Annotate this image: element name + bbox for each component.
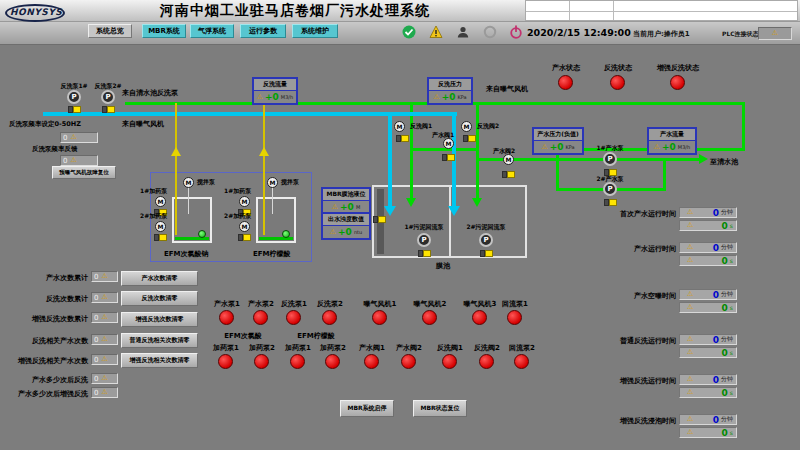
warning-icon: ⚠ — [101, 314, 107, 321]
refresh-icon[interactable] — [483, 25, 497, 39]
device-label: 曝气风机2 — [406, 299, 454, 309]
gauge-value: +0 — [340, 202, 354, 212]
counter-label: 增强反洗次数累计 — [2, 314, 88, 324]
nav-tab-2[interactable]: MBR系统 — [142, 24, 186, 38]
mbr-start-stop-button[interactable]: MBR系统启停 — [340, 400, 394, 417]
pump-icon[interactable]: P — [603, 182, 617, 196]
user-icon[interactable] — [456, 25, 470, 39]
gauge-unit: M3/h — [281, 94, 293, 100]
gauge-unit: KPa — [565, 144, 574, 150]
nav-tab-5[interactable]: 系统维护 — [292, 24, 338, 38]
dosing-pump1-label: 1#加药泵 — [140, 187, 167, 196]
warning-icon: ⚠ — [101, 356, 107, 363]
stirrer-motor-icon[interactable]: M — [183, 177, 194, 188]
timer-minutes-field: ⚠0分钟 — [679, 289, 737, 300]
gauge-backwash-flow: 反洗流量 ⚠+0M3/h — [252, 77, 298, 105]
pump-icon[interactable]: P — [603, 152, 617, 166]
flow-arrow-down — [472, 198, 482, 207]
nav-tab-3[interactable]: 气浮系统 — [190, 24, 234, 38]
stirrer-label: 搅拌泵 — [281, 178, 299, 187]
pump-indicator — [480, 250, 493, 257]
status-light — [610, 75, 625, 90]
timer-seconds: 0 — [722, 348, 728, 358]
dosing-pump1-icon[interactable]: M — [155, 196, 166, 207]
counter-field[interactable]: 0⚠ — [91, 312, 118, 323]
from-blower-left-label: 来自曝气风机 — [122, 119, 164, 129]
dosing-pump2-icon[interactable]: M — [239, 221, 250, 232]
counter-clear-button[interactable]: 增强反洗相关次数清零 — [121, 353, 198, 368]
timer-seconds-field: ⚠0s — [679, 302, 737, 313]
gauge-label: 出水浊度数值 — [323, 214, 369, 226]
counter-field[interactable]: 0⚠ — [91, 387, 118, 398]
pump-icon[interactable]: P — [417, 233, 431, 247]
pipe-segment — [742, 102, 745, 151]
warning-icon: ⚠ — [687, 429, 693, 436]
stirrer-motor-icon[interactable]: M — [267, 177, 278, 188]
membrane-tank — [372, 185, 527, 258]
pump-icon[interactable]: P — [101, 90, 115, 104]
pump-icon[interactable]: P — [479, 233, 493, 247]
counter-value: 0 — [94, 273, 98, 281]
warning-icon: ⚠ — [687, 416, 693, 423]
valve-indicator — [463, 135, 476, 142]
device-status-light — [507, 310, 522, 325]
tank-name: EFM次氯酸钠 — [164, 249, 209, 259]
counter-value: 0 — [94, 375, 98, 383]
field-value: 0 — [63, 157, 67, 165]
nav-tab-4[interactable]: 运行参数 — [240, 24, 286, 38]
gauge-unit: KPa — [457, 94, 466, 100]
status-light — [670, 75, 685, 90]
gauge-unit: M3/h — [678, 144, 690, 150]
valve-icon[interactable]: M — [394, 121, 405, 132]
device-status-light — [364, 354, 379, 369]
dosing-pump1-icon[interactable]: M — [239, 196, 250, 207]
gauge-product-pressure: 产水压力(负值) ⚠+0KPa — [532, 127, 584, 155]
counter-clear-button[interactable]: 普通反洗相关次数清零 — [121, 333, 198, 348]
valve-icon[interactable]: M — [443, 138, 454, 149]
timer-minutes-unit: 分钟 — [721, 335, 733, 344]
freq-set-field[interactable]: 0⚠ — [60, 132, 98, 143]
valve-icon[interactable]: M — [461, 121, 472, 132]
device-status-light — [372, 310, 387, 325]
warning-icon: ⚠ — [433, 94, 439, 101]
alarm-warning-icon[interactable] — [429, 25, 443, 39]
outflow-arrow — [699, 154, 708, 164]
warning-icon: ⚠ — [101, 389, 107, 396]
counter-field[interactable]: 0⚠ — [91, 354, 118, 365]
from-blower-right-label: 来自曝气风机 — [486, 84, 528, 94]
dosing-pump2-label: 2#加药泵 — [140, 212, 167, 221]
timer-seconds-unit: s — [730, 304, 733, 311]
gauge-value: +0 — [442, 92, 456, 102]
pump-indicator — [604, 199, 617, 206]
status-ok-icon[interactable] — [402, 25, 416, 39]
counter-field[interactable]: 0⚠ — [91, 271, 118, 282]
gauge-unit: M — [356, 204, 360, 210]
pump-icon[interactable]: P — [67, 90, 81, 104]
gauge-value: +0 — [338, 227, 352, 237]
pump-label: 2#污泥回流泵 — [463, 223, 509, 232]
valve-icon[interactable]: M — [503, 154, 514, 165]
nav-tab-1[interactable]: 系统总览 — [88, 24, 132, 38]
device-status-light — [422, 310, 437, 325]
blower-fault-reset-button[interactable]: 预曝气风机故障复位 — [52, 166, 116, 179]
counter-field[interactable]: 0⚠ — [91, 373, 118, 384]
counter-clear-button[interactable]: 增强反洗次数清零 — [121, 312, 198, 327]
counter-field[interactable]: 0⚠ — [91, 334, 118, 345]
timer-minutes-unit: 分钟 — [721, 243, 733, 252]
counter-field[interactable]: 0⚠ — [91, 292, 118, 303]
counter-clear-button[interactable]: 反洗次数清零 — [121, 291, 198, 306]
timer-seconds-field: ⚠0s — [679, 255, 737, 266]
counter-clear-button[interactable]: 产水次数清零 — [121, 271, 198, 286]
mbr-reset-button[interactable]: MBR状态复位 — [413, 400, 467, 417]
timer-minutes-field: ⚠0分钟 — [679, 414, 737, 425]
device-status-light — [442, 354, 457, 369]
power-icon[interactable] — [509, 25, 523, 39]
dosing-pump2-indicator — [238, 234, 251, 241]
from-clean-pool-label: 来自清水池反洗泵 — [122, 88, 178, 98]
air-pipe-segment — [388, 112, 392, 210]
warning-icon: ⚠ — [332, 204, 338, 211]
dosing-pump2-icon[interactable]: M — [155, 221, 166, 232]
pump-indicator — [68, 106, 81, 113]
gauge-label: 反洗压力 — [429, 79, 471, 91]
counter-value: 0 — [94, 294, 98, 302]
